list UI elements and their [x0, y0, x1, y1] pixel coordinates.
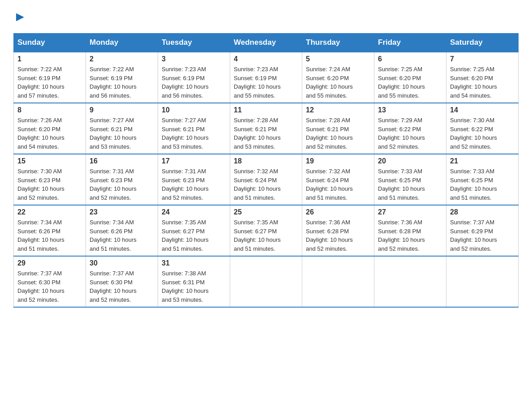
day-number: 16: [90, 157, 154, 165]
calendar-cell: [230, 256, 302, 307]
day-info: Sunrise: 7:25 AM Sunset: 6:20 PM Dayligh…: [378, 65, 442, 100]
day-info: Sunrise: 7:31 AM Sunset: 6:23 PM Dayligh…: [162, 167, 226, 202]
calendar-cell: 23 Sunrise: 7:34 AM Sunset: 6:26 PM Dayl…: [86, 205, 158, 256]
day-number: 5: [306, 55, 370, 63]
day-info: Sunrise: 7:29 AM Sunset: 6:22 PM Dayligh…: [378, 116, 442, 151]
day-number: 2: [90, 55, 154, 63]
day-number: 27: [378, 208, 442, 216]
calendar-cell: 9 Sunrise: 7:27 AM Sunset: 6:21 PM Dayli…: [86, 103, 158, 154]
calendar-week-3: 15 Sunrise: 7:30 AM Sunset: 6:23 PM Dayl…: [14, 154, 519, 205]
day-info: Sunrise: 7:32 AM Sunset: 6:24 PM Dayligh…: [306, 167, 370, 202]
calendar-cell: 5 Sunrise: 7:24 AM Sunset: 6:20 PM Dayli…: [302, 52, 374, 103]
day-info: Sunrise: 7:34 AM Sunset: 6:26 PM Dayligh…: [90, 218, 154, 253]
page-header: ►: [13, 9, 519, 24]
day-info: Sunrise: 7:23 AM Sunset: 6:19 PM Dayligh…: [234, 65, 298, 100]
day-info: Sunrise: 7:28 AM Sunset: 6:21 PM Dayligh…: [234, 116, 298, 151]
day-header-tuesday: Tuesday: [158, 34, 230, 52]
day-info: Sunrise: 7:27 AM Sunset: 6:21 PM Dayligh…: [90, 116, 154, 151]
calendar-cell: 7 Sunrise: 7:25 AM Sunset: 6:20 PM Dayli…: [446, 52, 519, 103]
day-number: 8: [17, 106, 82, 114]
calendar-cell: 25 Sunrise: 7:35 AM Sunset: 6:27 PM Dayl…: [230, 205, 302, 256]
day-number: 28: [450, 208, 515, 216]
day-header-thursday: Thursday: [302, 34, 374, 52]
calendar-cell: 26 Sunrise: 7:36 AM Sunset: 6:28 PM Dayl…: [302, 205, 374, 256]
day-number: 9: [90, 106, 154, 114]
calendar-cell: 18 Sunrise: 7:32 AM Sunset: 6:24 PM Dayl…: [230, 154, 302, 205]
calendar-cell: 12 Sunrise: 7:28 AM Sunset: 6:21 PM Dayl…: [302, 103, 374, 154]
day-info: Sunrise: 7:28 AM Sunset: 6:21 PM Dayligh…: [306, 116, 370, 151]
day-info: Sunrise: 7:33 AM Sunset: 6:25 PM Dayligh…: [450, 167, 515, 202]
calendar-cell: 6 Sunrise: 7:25 AM Sunset: 6:20 PM Dayli…: [374, 52, 446, 103]
calendar-header-row: SundayMondayTuesdayWednesdayThursdayFrid…: [14, 34, 519, 52]
day-info: Sunrise: 7:37 AM Sunset: 6:30 PM Dayligh…: [90, 269, 154, 304]
calendar-cell: [302, 256, 374, 307]
day-header-wednesday: Wednesday: [230, 34, 302, 52]
calendar-cell: 16 Sunrise: 7:31 AM Sunset: 6:23 PM Dayl…: [86, 154, 158, 205]
calendar-week-5: 29 Sunrise: 7:37 AM Sunset: 6:30 PM Dayl…: [14, 256, 519, 307]
calendar-week-2: 8 Sunrise: 7:26 AM Sunset: 6:20 PM Dayli…: [14, 103, 519, 154]
day-number: 29: [17, 259, 82, 267]
day-info: Sunrise: 7:22 AM Sunset: 6:19 PM Dayligh…: [90, 65, 154, 100]
calendar-cell: 31 Sunrise: 7:38 AM Sunset: 6:31 PM Dayl…: [158, 256, 230, 307]
day-number: 3: [162, 55, 226, 63]
day-number: 20: [378, 157, 442, 165]
calendar-cell: 28 Sunrise: 7:37 AM Sunset: 6:29 PM Dayl…: [446, 205, 519, 256]
calendar-week-1: 1 Sunrise: 7:22 AM Sunset: 6:19 PM Dayli…: [14, 52, 519, 103]
day-number: 26: [306, 208, 370, 216]
calendar-cell: 10 Sunrise: 7:27 AM Sunset: 6:21 PM Dayl…: [158, 103, 230, 154]
calendar-cell: 29 Sunrise: 7:37 AM Sunset: 6:30 PM Dayl…: [14, 256, 86, 307]
day-info: Sunrise: 7:35 AM Sunset: 6:27 PM Dayligh…: [162, 218, 226, 253]
calendar-cell: 8 Sunrise: 7:26 AM Sunset: 6:20 PM Dayli…: [14, 103, 86, 154]
day-number: 17: [162, 157, 226, 165]
calendar-cell: 1 Sunrise: 7:22 AM Sunset: 6:19 PM Dayli…: [14, 52, 86, 103]
calendar-cell: 24 Sunrise: 7:35 AM Sunset: 6:27 PM Dayl…: [158, 205, 230, 256]
calendar-week-4: 22 Sunrise: 7:34 AM Sunset: 6:26 PM Dayl…: [14, 205, 519, 256]
day-number: 23: [90, 208, 154, 216]
day-header-friday: Friday: [374, 34, 446, 52]
day-info: Sunrise: 7:36 AM Sunset: 6:28 PM Dayligh…: [306, 218, 370, 253]
day-number: 19: [306, 157, 370, 165]
day-info: Sunrise: 7:24 AM Sunset: 6:20 PM Dayligh…: [306, 65, 370, 100]
day-info: Sunrise: 7:35 AM Sunset: 6:27 PM Dayligh…: [234, 218, 298, 253]
day-info: Sunrise: 7:37 AM Sunset: 6:30 PM Dayligh…: [17, 269, 82, 304]
calendar-cell: 21 Sunrise: 7:33 AM Sunset: 6:25 PM Dayl…: [446, 154, 519, 205]
day-header-monday: Monday: [86, 34, 158, 52]
calendar-cell: 27 Sunrise: 7:36 AM Sunset: 6:28 PM Dayl…: [374, 205, 446, 256]
day-number: 31: [162, 259, 226, 267]
day-number: 24: [162, 208, 226, 216]
day-number: 6: [378, 55, 442, 63]
day-info: Sunrise: 7:31 AM Sunset: 6:23 PM Dayligh…: [90, 167, 154, 202]
calendar-cell: 17 Sunrise: 7:31 AM Sunset: 6:23 PM Dayl…: [158, 154, 230, 205]
day-info: Sunrise: 7:25 AM Sunset: 6:20 PM Dayligh…: [450, 65, 515, 100]
calendar-cell: 30 Sunrise: 7:37 AM Sunset: 6:30 PM Dayl…: [86, 256, 158, 307]
logo-text: ►: [13, 9, 27, 24]
day-number: 12: [306, 106, 370, 114]
calendar-cell: 3 Sunrise: 7:23 AM Sunset: 6:19 PM Dayli…: [158, 52, 230, 103]
day-number: 15: [17, 157, 82, 165]
day-info: Sunrise: 7:22 AM Sunset: 6:19 PM Dayligh…: [17, 65, 82, 100]
day-info: Sunrise: 7:38 AM Sunset: 6:31 PM Dayligh…: [162, 269, 226, 304]
day-number: 30: [90, 259, 154, 267]
day-number: 10: [162, 106, 226, 114]
logo: ►: [13, 9, 27, 24]
calendar-cell: 13 Sunrise: 7:29 AM Sunset: 6:22 PM Dayl…: [374, 103, 446, 154]
day-number: 14: [450, 106, 515, 114]
calendar-cell: [446, 256, 519, 307]
calendar-cell: 20 Sunrise: 7:33 AM Sunset: 6:25 PM Dayl…: [374, 154, 446, 205]
day-number: 25: [234, 208, 298, 216]
day-number: 7: [450, 55, 515, 63]
calendar-cell: 11 Sunrise: 7:28 AM Sunset: 6:21 PM Dayl…: [230, 103, 302, 154]
day-info: Sunrise: 7:37 AM Sunset: 6:29 PM Dayligh…: [450, 218, 515, 253]
calendar-cell: [374, 256, 446, 307]
day-info: Sunrise: 7:34 AM Sunset: 6:26 PM Dayligh…: [17, 218, 82, 253]
day-number: 1: [17, 55, 82, 63]
day-info: Sunrise: 7:33 AM Sunset: 6:25 PM Dayligh…: [378, 167, 442, 202]
day-number: 21: [450, 157, 515, 165]
day-header-saturday: Saturday: [446, 34, 519, 52]
day-number: 4: [234, 55, 298, 63]
day-number: 22: [17, 208, 82, 216]
calendar-cell: 14 Sunrise: 7:30 AM Sunset: 6:22 PM Dayl…: [446, 103, 519, 154]
day-number: 11: [234, 106, 298, 114]
day-info: Sunrise: 7:23 AM Sunset: 6:19 PM Dayligh…: [162, 65, 226, 100]
calendar-cell: 4 Sunrise: 7:23 AM Sunset: 6:19 PM Dayli…: [230, 52, 302, 103]
